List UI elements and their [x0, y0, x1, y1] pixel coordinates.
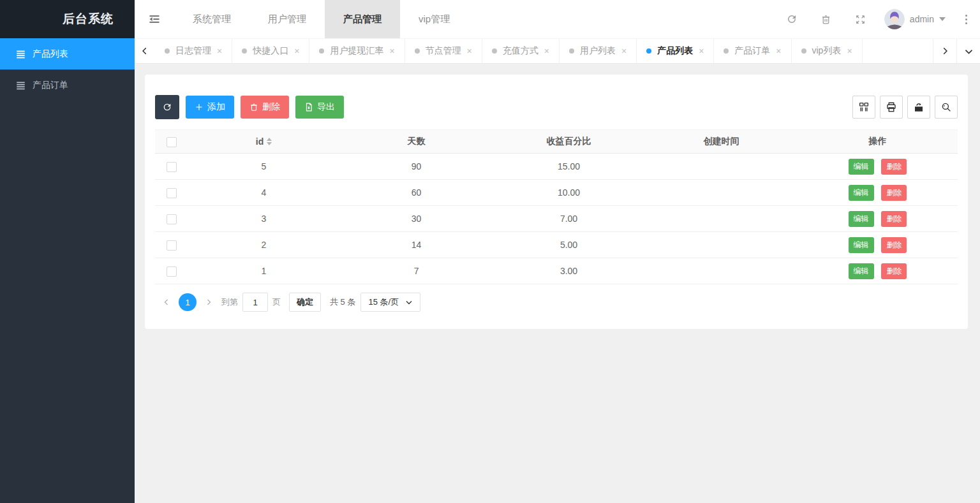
add-button[interactable]: 添加	[186, 96, 234, 119]
close-icon[interactable]: ×	[389, 47, 394, 55]
close-icon[interactable]: ×	[776, 47, 781, 55]
table-row: 1 7 3.00 编辑 删除	[155, 258, 958, 284]
tab-node-management[interactable]: 节点管理 ×	[405, 39, 482, 63]
search-button[interactable]	[935, 96, 958, 119]
chevron-right-icon	[205, 298, 212, 306]
cell-id: 2	[188, 232, 340, 258]
tab-quick-entry[interactable]: 快捷入口 ×	[232, 39, 309, 63]
filter-columns-button[interactable]	[852, 96, 875, 119]
close-icon[interactable]: ×	[699, 47, 704, 55]
sidebar-item-product-orders[interactable]: 产品订单	[0, 69, 135, 101]
export-button[interactable]: 导出	[295, 96, 344, 119]
navbar-spacer	[468, 0, 775, 38]
close-icon[interactable]: ×	[217, 47, 222, 55]
cell-days: 90	[340, 154, 493, 180]
tab-log-management[interactable]: 日志管理 ×	[155, 39, 232, 63]
tab-product-list[interactable]: 产品列表 ×	[637, 39, 714, 63]
cell-id: 4	[188, 180, 340, 206]
close-icon[interactable]: ×	[467, 47, 472, 55]
clear-cache-button[interactable]	[809, 0, 843, 38]
export-box-icon	[913, 101, 924, 113]
delete-row-button[interactable]: 删除	[881, 159, 907, 175]
edit-row-button[interactable]: 编辑	[849, 159, 874, 175]
app-title: 后台系统	[0, 0, 135, 38]
close-icon[interactable]: ×	[294, 47, 299, 55]
cell-created	[645, 232, 798, 258]
tabs-scroll-right-button[interactable]	[933, 39, 956, 63]
cell-percent: 3.00	[493, 258, 645, 284]
page-number-current[interactable]: 1	[179, 293, 197, 311]
cell-created	[645, 258, 798, 284]
sort-icon[interactable]	[267, 138, 272, 145]
table-row: 2 14 5.00 编辑 删除	[155, 232, 958, 258]
close-icon[interactable]: ×	[544, 47, 549, 55]
tab-dot	[569, 48, 574, 54]
delete-row-button[interactable]: 删除	[881, 211, 907, 227]
chevron-left-icon	[140, 47, 149, 55]
refresh-table-button[interactable]	[155, 95, 179, 119]
header-created: 创建时间	[645, 130, 798, 154]
table-toolbar: 添加 删除 导出	[155, 95, 958, 119]
edit-row-button[interactable]: 编辑	[849, 237, 874, 253]
confirm-page-button[interactable]: 确定	[289, 293, 321, 312]
cell-id: 5	[188, 154, 340, 180]
cell-percent: 15.00	[493, 154, 645, 180]
menu-vip[interactable]: vip管理	[400, 0, 468, 38]
page-size-select[interactable]: 15 条/页	[360, 293, 420, 312]
tab-recharge-method[interactable]: 充值方式 ×	[482, 39, 560, 63]
row-checkbox[interactable]	[167, 188, 177, 198]
tab-dot	[165, 48, 170, 54]
export-data-button[interactable]	[907, 96, 930, 119]
chevron-right-icon	[940, 47, 949, 55]
edit-row-button[interactable]: 编辑	[849, 185, 874, 201]
tab-vip-list[interactable]: vip列表 ×	[792, 39, 863, 63]
top-navbar: 系统管理 用户管理 产品管理 vip管理 admin	[135, 0, 980, 38]
close-icon[interactable]: ×	[621, 47, 627, 55]
header-id[interactable]: id	[188, 130, 340, 154]
tabs-menu-button[interactable]	[956, 39, 980, 63]
tab-user-list[interactable]: 用户列表 ×	[560, 39, 637, 63]
refresh-button[interactable]	[775, 0, 809, 38]
collapse-sidebar-button[interactable]	[135, 0, 174, 38]
fullscreen-button[interactable]	[843, 0, 878, 38]
cell-operations: 编辑 删除	[798, 180, 958, 206]
next-page-button[interactable]	[200, 293, 217, 311]
delete-row-button[interactable]: 删除	[881, 263, 907, 279]
row-checkbox[interactable]	[167, 266, 177, 277]
tab-product-orders[interactable]: 产品订单 ×	[714, 39, 791, 63]
tab-withdraw-rate[interactable]: 用户提现汇率 ×	[309, 39, 405, 63]
menu-users[interactable]: 用户管理	[249, 0, 325, 38]
list-icon	[16, 49, 26, 59]
print-button[interactable]	[880, 96, 903, 119]
more-options-button[interactable]	[952, 0, 980, 38]
edit-row-button[interactable]: 编辑	[849, 263, 874, 279]
row-checkbox[interactable]	[167, 240, 177, 251]
select-all-checkbox[interactable]	[167, 137, 177, 147]
sidebar: 后台系统 产品列表 产品订单	[0, 0, 135, 503]
sidebar-item-product-list[interactable]: 产品列表	[0, 38, 135, 69]
table-header-row: id 天数 收益百分比 创建时间 操作	[155, 130, 958, 154]
prev-page-button[interactable]	[158, 293, 175, 311]
edit-row-button[interactable]: 编辑	[849, 211, 874, 227]
goto-page-input[interactable]	[242, 293, 268, 312]
tab-dot	[242, 48, 247, 54]
delete-row-button[interactable]: 删除	[881, 185, 907, 201]
row-checkbox[interactable]	[167, 162, 177, 172]
tabs-scroll-left-button[interactable]	[135, 39, 155, 63]
delete-button[interactable]: 删除	[241, 96, 289, 119]
delete-row-button[interactable]: 删除	[881, 237, 907, 253]
user-dropdown[interactable]: admin	[878, 0, 952, 38]
trash-icon	[820, 14, 831, 25]
menu-system[interactable]: 系统管理	[174, 0, 249, 38]
row-checkbox[interactable]	[167, 214, 177, 224]
chevron-down-icon	[964, 47, 974, 56]
close-icon[interactable]: ×	[847, 47, 852, 55]
cell-percent: 7.00	[493, 206, 645, 232]
columns-icon	[858, 101, 870, 113]
menu-products[interactable]: 产品管理	[325, 0, 400, 38]
cell-days: 7	[340, 258, 493, 284]
search-icon	[940, 101, 952, 113]
cell-days: 14	[340, 232, 493, 258]
top-menu: 系统管理 用户管理 产品管理 vip管理	[174, 0, 468, 38]
header-days: 天数	[340, 130, 493, 154]
